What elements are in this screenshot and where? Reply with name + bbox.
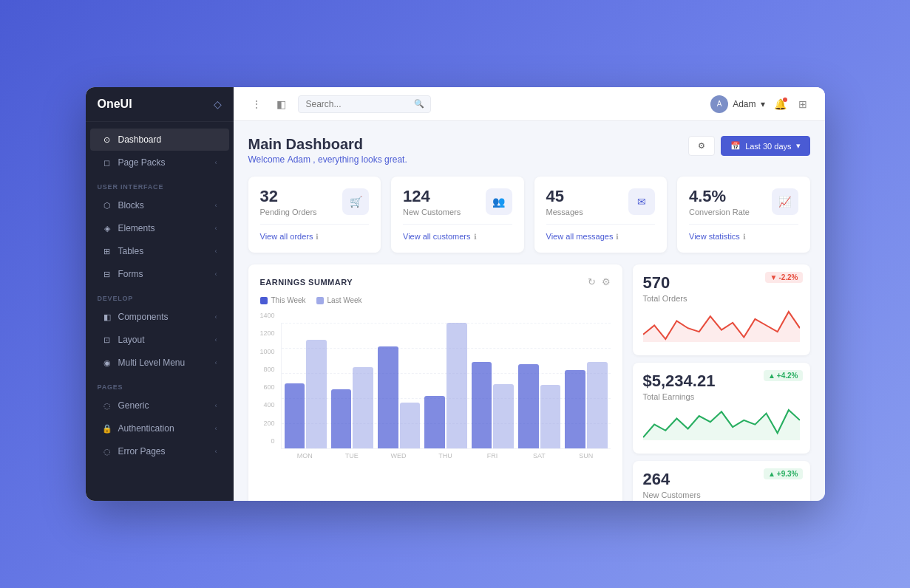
sidebar-item-left: ⊡ Layout bbox=[102, 335, 145, 345]
stat-info: 4.5% Conversion Rate bbox=[689, 188, 750, 216]
sidebar-item-layout[interactable]: ⊡ Layout ‹ bbox=[90, 329, 229, 351]
sidebar-icon-blocks: ⬡ bbox=[102, 201, 112, 211]
sidebar-item-blocks[interactable]: ⬡ Blocks ‹ bbox=[90, 194, 229, 216]
chart-settings-icon[interactable]: ⚙ bbox=[602, 276, 611, 287]
sidebar-icon-components: ◧ bbox=[102, 312, 112, 322]
sidebar-brand: OneUI ◇ bbox=[86, 87, 234, 122]
chart-area: 1400120010008006004002000 MONTUEWED bbox=[260, 312, 611, 459]
sidebar-item-dashboard[interactable]: ⊙ Dashboard bbox=[90, 129, 229, 151]
stat-link-conversion[interactable]: View statistics ℹ bbox=[689, 232, 798, 241]
sidebar-icon-forms: ⊟ bbox=[102, 270, 112, 279]
bar-group-thu bbox=[424, 323, 466, 448]
sidebar-section-label: PAGES bbox=[86, 375, 234, 394]
sparkline-total-orders bbox=[643, 309, 800, 342]
badge-arrow: ▲ bbox=[768, 372, 775, 380]
stat-link-orders[interactable]: View all orders ℹ bbox=[260, 232, 370, 241]
sidebar-item-elements[interactable]: ◈ Elements ‹ bbox=[90, 217, 229, 239]
badge-value: +4.2% bbox=[777, 372, 798, 380]
y-label: 1200 bbox=[260, 329, 275, 337]
chevron-icon: ‹ bbox=[215, 402, 217, 409]
sidebar-icon-elements: ◈ bbox=[102, 224, 112, 233]
notifications-button[interactable]: 🔔 bbox=[774, 98, 787, 110]
stat-divider bbox=[260, 224, 370, 225]
page-subtitle: Welcome Adam , everything looks great. bbox=[248, 154, 407, 165]
avatar: A bbox=[710, 95, 728, 113]
search-box: 🔍 bbox=[298, 95, 431, 113]
x-label: THU bbox=[424, 452, 466, 459]
user-menu[interactable]: A Adam ▾ bbox=[710, 95, 764, 113]
date-chevron-icon: ▾ bbox=[796, 141, 801, 151]
grid-icon[interactable]: ⊞ bbox=[795, 95, 810, 113]
sidebar-item-multi-level[interactable]: ◉ Multi Level Menu ‹ bbox=[90, 352, 229, 374]
stat-link-text: View statistics bbox=[689, 232, 740, 241]
sidebar-item-left: ◧ Components bbox=[102, 312, 169, 322]
y-label: 600 bbox=[260, 383, 275, 391]
y-label: 1000 bbox=[260, 348, 275, 355]
sidebar-label-tables: Tables bbox=[118, 246, 144, 256]
sidebar-icon-dashboard: ⊙ bbox=[102, 135, 112, 145]
chart-title: EARNINGS SUMMARY bbox=[260, 278, 353, 287]
search-input[interactable] bbox=[306, 99, 410, 109]
stat-number-messages: 45 bbox=[546, 188, 583, 205]
stats-row: 32 Pending Orders 🛒 View all orders ℹ 12… bbox=[248, 177, 810, 253]
sidebar-item-authentication[interactable]: 🔒 Authentication ‹ bbox=[90, 417, 229, 440]
stat-icon-messages: ✉ bbox=[628, 188, 655, 215]
layout-icon[interactable]: ◧ bbox=[274, 95, 289, 113]
mini-stat-label-new-customers-mini: New Customers bbox=[643, 490, 800, 499]
app-container: OneUI ◇ ⊙ Dashboard ◻ Page Packs ‹ USER … bbox=[86, 87, 825, 501]
chart-legend: This WeekLast Week bbox=[260, 296, 611, 304]
brand-name: OneUI bbox=[98, 98, 132, 111]
settings-button[interactable]: ⚙ bbox=[688, 136, 715, 156]
sidebar-item-generic[interactable]: ◌ Generic ‹ bbox=[90, 394, 229, 417]
bar-this-week-sat bbox=[518, 364, 539, 448]
bar-group-fri bbox=[472, 362, 514, 448]
legend-item: This Week bbox=[260, 296, 306, 304]
legend-label: Last Week bbox=[327, 296, 362, 304]
y-label: 800 bbox=[260, 366, 275, 373]
bottom-row: EARNINGS SUMMARY ↻ ⚙ This WeekLast Week … bbox=[248, 264, 810, 501]
x-label: FRI bbox=[471, 452, 513, 459]
main-content: ⋮ ◧ 🔍 A Adam ▾ 🔔 ⊞ bbox=[234, 87, 825, 501]
sidebar-label-components: Components bbox=[118, 312, 169, 322]
chevron-icon: ‹ bbox=[215, 202, 217, 209]
stat-divider bbox=[403, 224, 512, 225]
sidebar-item-left: ◌ Error Pages bbox=[102, 446, 166, 457]
stat-icon-conversion: 📈 bbox=[772, 188, 798, 215]
legend-label: This Week bbox=[271, 296, 306, 304]
sidebar-item-left: ◉ Multi Level Menu bbox=[102, 358, 186, 368]
mini-stat-badge-new-customers-mini: ▲ +9.3% bbox=[764, 468, 803, 479]
stat-label-messages: Messages bbox=[546, 208, 583, 216]
y-label: 0 bbox=[260, 437, 275, 445]
stat-number-customers: 124 bbox=[403, 188, 461, 205]
stat-link-messages[interactable]: View all messages ℹ bbox=[546, 232, 656, 241]
header-actions: ⚙ 📅 Last 30 days ▾ bbox=[688, 136, 809, 156]
mini-stat-total-earnings: ▲ +4.2% $5,234.21 Total Earnings bbox=[633, 363, 810, 454]
stat-card-top: 45 Messages ✉ bbox=[546, 188, 656, 216]
stat-card-top: 124 New Customers 👥 bbox=[403, 188, 512, 216]
bar-last-week-thu bbox=[446, 323, 467, 448]
badge-arrow: ▲ bbox=[768, 470, 775, 478]
sidebar-item-error-pages[interactable]: ◌ Error Pages ‹ bbox=[90, 440, 229, 462]
sidebar-label-page-packs: Page Packs bbox=[118, 157, 166, 168]
page-content: Main Dashboard Welcome Adam , everything… bbox=[234, 121, 825, 501]
stat-link-customers[interactable]: View all customers ℹ bbox=[403, 232, 512, 241]
sidebar-item-components[interactable]: ◧ Components ‹ bbox=[90, 306, 229, 328]
sidebar-item-left: ◻ Page Packs bbox=[102, 157, 166, 168]
menu-icon[interactable]: ⋮ bbox=[248, 95, 265, 113]
sidebar-section-label: DEVELOP bbox=[86, 286, 234, 305]
refresh-icon[interactable]: ↻ bbox=[588, 276, 596, 287]
sidebar-item-forms[interactable]: ⊟ Forms ‹ bbox=[90, 263, 229, 285]
bar-group-tue bbox=[331, 367, 373, 448]
page-header: Main Dashboard Welcome Adam , everything… bbox=[248, 136, 810, 165]
date-range-button[interactable]: 📅 Last 30 days ▾ bbox=[721, 136, 809, 156]
sidebar-icon-page-packs: ◻ bbox=[102, 158, 112, 168]
sidebar-item-page-packs[interactable]: ◻ Page Packs ‹ bbox=[90, 151, 229, 174]
sidebar-item-tables[interactable]: ⊞ Tables ‹ bbox=[90, 240, 229, 262]
stat-card-top: 4.5% Conversion Rate 📈 bbox=[689, 188, 798, 216]
stat-divider bbox=[689, 224, 798, 225]
stat-card-conversion: 4.5% Conversion Rate 📈 View statistics ℹ bbox=[677, 177, 810, 253]
bar-last-week-tue bbox=[353, 367, 373, 448]
y-label: 400 bbox=[260, 401, 275, 408]
stat-info: 45 Messages bbox=[546, 188, 583, 216]
chevron-icon: ‹ bbox=[215, 359, 217, 366]
